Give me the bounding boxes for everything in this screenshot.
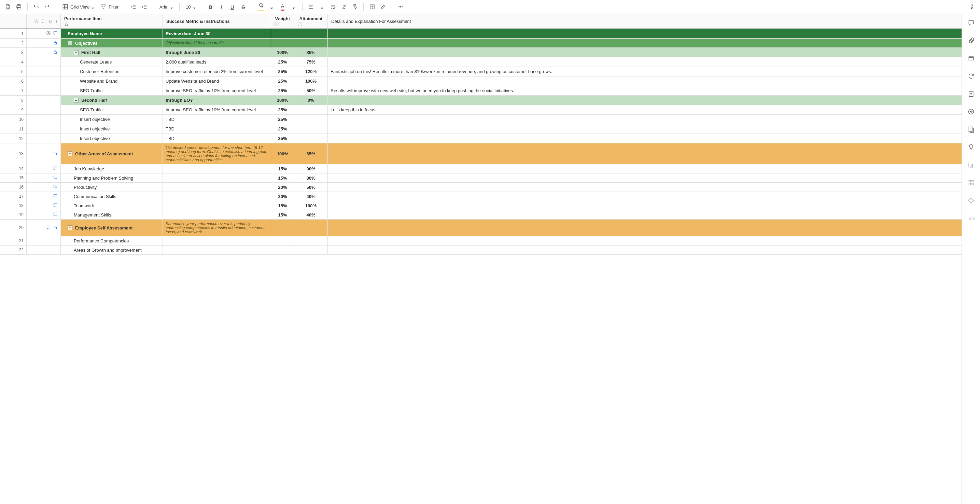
lock-icon[interactable]: [53, 40, 58, 46]
cell-metric[interactable]: [163, 210, 271, 219]
cell-details[interactable]: Let's keep this in focus.: [328, 105, 962, 114]
cell-weight[interactable]: [271, 29, 294, 38]
rail-brandfolder-button[interactable]: [967, 196, 975, 205]
col-header-weight[interactable]: Weight i: [271, 14, 294, 29]
grid-row[interactable]: 2−ObjectivesObjectives should be measura…: [0, 38, 962, 48]
cell-details[interactable]: [328, 219, 962, 236]
grid-row[interactable]: 13−Other Areas of AssessmentList desired…: [0, 143, 962, 164]
cell-metric[interactable]: [163, 183, 271, 192]
cell-item[interactable]: Communication Skills: [61, 192, 163, 201]
cell-metric[interactable]: Improve customer retention 2% from curre…: [163, 67, 271, 76]
grid-row[interactable]: 7SEO TrafficImprove SEO traffic by 10% f…: [0, 86, 962, 95]
cell-details[interactable]: [328, 210, 962, 219]
comment-icon[interactable]: [53, 194, 58, 199]
collapse-toggle[interactable]: −: [68, 151, 72, 156]
underline-button[interactable]: U: [228, 2, 238, 12]
cell-metric[interactable]: Update Website and Brand: [163, 76, 271, 86]
font-color-button[interactable]: A: [278, 2, 288, 12]
cell-weight[interactable]: 25%: [271, 76, 294, 86]
cell-attainment[interactable]: [294, 134, 328, 143]
cell-metric[interactable]: Review date: June 30: [163, 29, 271, 38]
cell-attainment[interactable]: 50%: [294, 86, 328, 95]
cell-weight[interactable]: 100%: [271, 48, 294, 57]
row-number[interactable]: 21: [0, 236, 27, 245]
cell-metric[interactable]: Improve SEO traffic by 10% from current …: [163, 86, 271, 95]
align-button[interactable]: [306, 2, 316, 12]
cell-attainment[interactable]: 100%: [294, 201, 328, 210]
cell-details[interactable]: [328, 48, 962, 57]
grid-row[interactable]: 14Job Knowledge15%90%: [0, 164, 962, 173]
cell-details[interactable]: Results will improve with new web site, …: [328, 86, 962, 95]
cell-item[interactable]: Insert objective: [61, 115, 163, 124]
font-size-selector[interactable]: 10: [183, 2, 198, 12]
row-number[interactable]: 19: [0, 210, 27, 219]
cell-weight[interactable]: 25%: [271, 86, 294, 95]
cell-item[interactable]: Job Knowledge: [61, 164, 163, 173]
cell-metric[interactable]: TBD: [163, 115, 271, 124]
cell-details[interactable]: [328, 201, 962, 210]
cell-attainment[interactable]: 50%: [294, 183, 328, 192]
row-number[interactable]: 7: [0, 86, 27, 95]
cell-attainment[interactable]: [294, 115, 328, 124]
cell-weight[interactable]: 15%: [271, 164, 294, 173]
cell-details[interactable]: [328, 183, 962, 192]
rail-insights-button[interactable]: [967, 143, 975, 151]
row-number[interactable]: 6: [0, 76, 27, 86]
rail-comments-button[interactable]: [967, 19, 975, 27]
row-number[interactable]: 13: [0, 143, 27, 164]
grid-row[interactable]: 11Insert objectiveTBD25%: [0, 124, 962, 134]
cell-item[interactable]: Productivity: [61, 183, 163, 192]
cell-attainment[interactable]: 86%: [294, 48, 328, 57]
cell-details[interactable]: [328, 29, 962, 38]
cell-weight[interactable]: 15%: [271, 201, 294, 210]
bold-button[interactable]: B: [205, 2, 216, 12]
cell-item[interactable]: SEO Traffic: [61, 86, 163, 95]
info-icon[interactable]: i: [298, 22, 302, 26]
cell-weight[interactable]: 100%: [271, 143, 294, 164]
highlight-button[interactable]: [378, 2, 388, 12]
rail-apps-button[interactable]: [967, 178, 975, 187]
col-header-metric[interactable]: Success Metric & Instructions: [163, 14, 271, 29]
wrap-button[interactable]: [328, 2, 338, 12]
cell-weight[interactable]: 20%: [271, 183, 294, 192]
row-number[interactable]: 1: [0, 29, 27, 38]
cell-item[interactable]: −Objectives: [61, 38, 163, 48]
row-number[interactable]: 20: [0, 219, 27, 236]
cell-item[interactable]: Insert objective: [61, 134, 163, 143]
grid-row[interactable]: 5Customer RetentionImprove customer rete…: [0, 67, 962, 76]
cell-metric[interactable]: [163, 164, 271, 173]
rail-proofs-button[interactable]: [967, 54, 975, 62]
cell-attainment[interactable]: 90%: [294, 164, 328, 173]
cell-weight[interactable]: 100%: [271, 95, 294, 105]
cell-item[interactable]: Generate Leads: [61, 57, 163, 67]
grid-row[interactable]: 16Productivity20%50%: [0, 183, 962, 192]
grid-row[interactable]: 12Insert objectiveTBD25%: [0, 134, 962, 143]
cell-details[interactable]: [328, 124, 962, 134]
cell-attainment[interactable]: [294, 245, 328, 254]
cell-metric[interactable]: [163, 201, 271, 210]
rail-chart-button[interactable]: [967, 161, 975, 169]
cell-details[interactable]: [328, 192, 962, 201]
col-header-attainment[interactable]: Attainment i: [294, 14, 328, 29]
lock-icon[interactable]: [53, 225, 58, 231]
cell-metric[interactable]: [163, 173, 271, 182]
row-number[interactable]: 18: [0, 201, 27, 210]
font-color-dropdown[interactable]: [288, 2, 299, 12]
redo-button[interactable]: [42, 2, 52, 12]
cell-metric[interactable]: 2,000 qualified leads: [163, 57, 271, 67]
col-header-details[interactable]: Details and Explanation For Assessment: [328, 14, 962, 29]
comment-icon[interactable]: [53, 212, 58, 218]
save-button[interactable]: [3, 2, 13, 12]
info-icon[interactable]: i: [275, 22, 279, 26]
grid-row[interactable]: 19Management Skills15%40%: [0, 210, 962, 219]
borders-button[interactable]: [367, 2, 377, 12]
cell-details[interactable]: [328, 164, 962, 173]
grid-row[interactable]: 22Areas of Growth and Improvement: [0, 245, 962, 255]
font-family-selector[interactable]: Arial: [157, 2, 176, 12]
cell-attainment[interactable]: [294, 219, 328, 236]
cell-weight[interactable]: [271, 219, 294, 236]
collapse-toggle[interactable]: −: [74, 98, 78, 103]
cell-metric[interactable]: List desired career development for the …: [163, 143, 271, 164]
row-number[interactable]: 9: [0, 105, 27, 114]
grid-row[interactable]: 17Communication Skills20%40%: [0, 192, 962, 201]
